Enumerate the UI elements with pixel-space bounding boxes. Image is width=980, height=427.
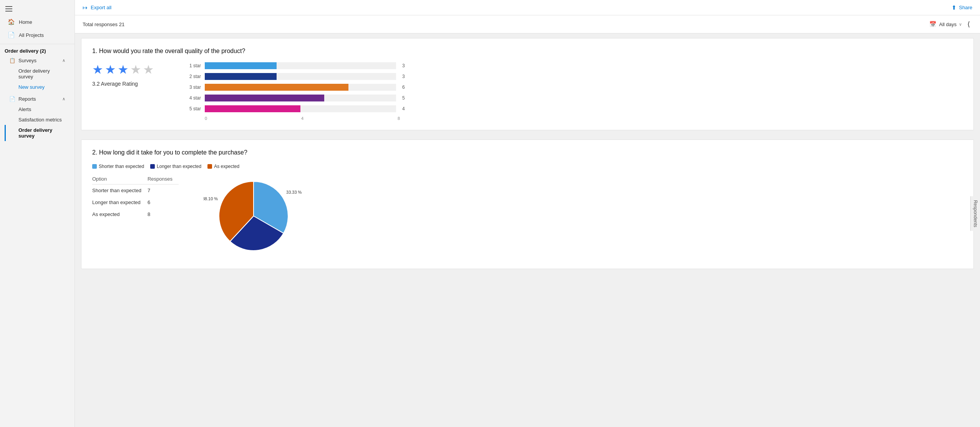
- question-2-card: 2. How long did it take for you to compl…: [81, 140, 974, 269]
- col-responses: Responses: [148, 174, 179, 184]
- pie-chart-container: 33.33 %28.57 %38.10 %: [204, 174, 303, 259]
- export-label: Export all: [91, 5, 111, 10]
- bar-label: 2 star: [185, 74, 201, 79]
- date-filter-button[interactable]: 📅 All days ∨: [929, 21, 962, 28]
- projects-icon: 📄: [8, 32, 15, 38]
- bar-row: 3 star 6: [185, 84, 408, 91]
- sidebar-item-alerts[interactable]: Alerts: [5, 104, 70, 115]
- sidebar-item-order-delivery-report[interactable]: Order delivery survey: [5, 125, 70, 141]
- reports-chevron-icon: ∧: [62, 96, 65, 101]
- legend-color: [92, 164, 97, 169]
- sidebar: 🏠 Home 📄 All Projects Order delivery (2)…: [0, 0, 75, 427]
- bar-value: 3: [402, 63, 408, 68]
- export-all-button[interactable]: ↦ Export all: [83, 4, 111, 11]
- avg-rating-label: 3.2 Average Rating: [92, 81, 138, 87]
- reports-group-header[interactable]: 📄 Reports ∧: [5, 94, 70, 104]
- sidebar-section: Order delivery (2) 📋 Surveys ∧ Order del…: [0, 44, 75, 144]
- bar-track: [205, 95, 396, 101]
- date-chevron-icon: ∨: [959, 22, 962, 27]
- bar-fill: [205, 95, 324, 101]
- share-label: Share: [959, 5, 972, 10]
- bar-row: 2 star 3: [185, 73, 408, 80]
- bar-track: [205, 73, 396, 80]
- reports-children: Alerts Satisfaction metrics Order delive…: [5, 104, 70, 141]
- sidebar-item-order-delivery-survey[interactable]: Order delivery survey: [5, 66, 70, 82]
- date-filter-label: All days: [939, 22, 957, 27]
- surveys-group: 📋 Surveys ∧ Order delivery survey New su…: [5, 55, 70, 92]
- surveys-group-header[interactable]: 📋 Surveys ∧: [5, 55, 70, 66]
- top-bar: ↦ Export all ⬆ Share: [75, 0, 980, 15]
- bar-row: 1 star 3: [185, 62, 408, 69]
- respondents-label: Respondents: [970, 196, 980, 231]
- reports-group: 📄 Reports ∧ Alerts Satisfaction metrics …: [5, 94, 70, 141]
- reports-label: Reports: [18, 96, 36, 102]
- col-option: Option: [92, 174, 148, 184]
- pie-label: 38.10 %: [204, 196, 218, 201]
- content-area: 1. How would you rate the overall qualit…: [75, 33, 980, 427]
- pie-label: 33.33 %: [286, 190, 302, 194]
- bar-chart: 1 star 3 2 star 3 3 star 6 4 star 5 5 st…: [177, 62, 408, 121]
- bar-value: 4: [402, 106, 408, 111]
- star-3: ★: [118, 62, 129, 77]
- bar-chart-rows: 1 star 3 2 star 3 3 star 6 4 star 5 5 st…: [185, 62, 408, 112]
- bar-value: 3: [402, 74, 408, 79]
- bar-row: 4 star 5: [185, 95, 408, 101]
- sub-bar: Total responses 21 📅 All days ∨ ⟨: [75, 15, 980, 33]
- legend-color: [207, 164, 212, 169]
- calendar-icon: 📅: [929, 21, 937, 28]
- sidebar-home-label: Home: [19, 19, 32, 25]
- question-2-title: 2. How long did it take for you to compl…: [92, 149, 963, 156]
- sidebar-item-home[interactable]: 🏠 Home: [3, 15, 71, 28]
- star-4: ★: [130, 62, 141, 77]
- sidebar-item-satisfaction-metrics[interactable]: Satisfaction metrics: [5, 115, 70, 125]
- bar-fill: [205, 105, 300, 112]
- legend-item: As expected: [207, 164, 239, 169]
- table-row: As expected8: [92, 208, 179, 220]
- bar-value: 5: [402, 95, 408, 101]
- star-2: ★: [105, 62, 116, 77]
- bar-fill: [205, 84, 348, 91]
- star-5: ★: [143, 62, 154, 77]
- bar-label: 4 star: [185, 95, 201, 101]
- hamburger-button[interactable]: [3, 4, 15, 14]
- table-row: Shorter than expected7: [92, 184, 179, 197]
- sidebar-top: 🏠 Home 📄 All Projects: [0, 0, 75, 44]
- legend-color: [150, 164, 155, 169]
- surveys-icon: 📋: [9, 58, 15, 63]
- legend-item: Shorter than expected: [92, 164, 144, 169]
- axis-labels: 0 4 8: [205, 116, 408, 121]
- surveys-label: Surveys: [18, 58, 36, 63]
- table-row: Longer than expected6: [92, 196, 179, 208]
- pie-section: Option Responses Shorter than expected7L…: [92, 174, 963, 259]
- surveys-children: Order delivery survey New survey: [5, 66, 70, 92]
- bar-label: 5 star: [185, 106, 201, 111]
- pie-legend: Shorter than expectedLonger than expecte…: [92, 164, 963, 169]
- share-icon: ⬆: [952, 4, 957, 11]
- main-content: ↦ Export all ⬆ Share Total responses 21 …: [75, 0, 980, 427]
- share-button[interactable]: ⬆ Share: [952, 4, 972, 11]
- bar-track: [205, 105, 396, 112]
- sidebar-item-new-survey[interactable]: New survey: [5, 82, 70, 92]
- star-display: ★ ★ ★ ★ ★ 3.2 Average Rating: [92, 62, 154, 87]
- star-1: ★: [92, 62, 103, 77]
- total-responses: Total responses 21: [83, 22, 124, 27]
- question-1-title: 1. How would you rate the overall qualit…: [92, 48, 963, 55]
- surveys-chevron-icon: ∧: [62, 58, 65, 63]
- bar-row: 5 star 4: [185, 105, 408, 112]
- collapse-button[interactable]: ⟨: [965, 19, 972, 29]
- bar-label: 1 star: [185, 63, 201, 68]
- bar-track: [205, 62, 396, 69]
- home-icon: 🏠: [8, 18, 15, 25]
- pie-chart-svg: 33.33 %28.57 %38.10 %: [204, 174, 303, 258]
- sidebar-section-title: Order delivery (2): [5, 48, 70, 54]
- sidebar-projects-label: All Projects: [19, 32, 44, 38]
- responses-table: Option Responses Shorter than expected7L…: [92, 174, 188, 220]
- question-1-card: 1. How would you rate the overall qualit…: [81, 38, 974, 130]
- bar-value: 6: [402, 85, 408, 90]
- reports-icon: 📄: [9, 96, 15, 102]
- stars-row: ★ ★ ★ ★ ★: [92, 62, 154, 77]
- bar-label: 3 star: [185, 85, 201, 90]
- sidebar-item-all-projects[interactable]: 📄 All Projects: [3, 28, 71, 42]
- bar-fill: [205, 62, 277, 69]
- legend-item: Longer than expected: [150, 164, 201, 169]
